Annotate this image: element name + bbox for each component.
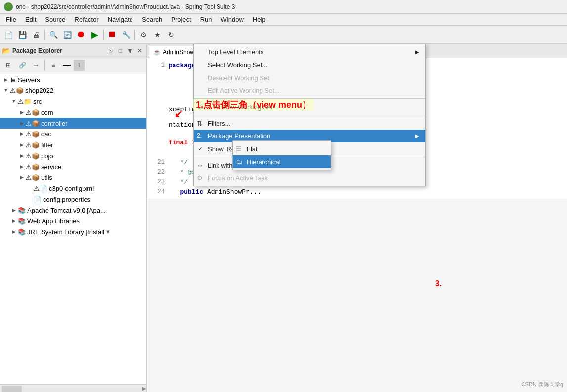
refresh2-btn[interactable]: ↻ — [165, 28, 177, 41]
sync-btn[interactable]: ↔ — [30, 59, 43, 72]
step1-text: 1.点击倒三角（view menu） — [196, 100, 311, 110]
service-icon: ⚠📦 — [26, 163, 40, 171]
jre-scroll: ▼ — [105, 229, 111, 235]
tree-item-config[interactable]: 📄 config.properties — [0, 194, 146, 205]
tree-item-service[interactable]: ▶ ⚠📦 service — [0, 161, 146, 172]
step1-annotation: 1.点击倒三角（view menu） — [193, 99, 314, 111]
toggle-pojo[interactable]: ▶ — [18, 153, 26, 158]
toggle-com[interactable]: ▶ — [18, 110, 26, 115]
tree-item-servers[interactable]: ▶ 🖥 Servers — [0, 74, 146, 85]
menu-source[interactable]: Source — [41, 15, 69, 24]
menu-window[interactable]: Window — [217, 15, 248, 24]
tree-item-filter[interactable]: ▶ ⚠📦 filter — [0, 139, 146, 150]
menu-refactor[interactable]: Refactor — [71, 15, 103, 24]
menu-help[interactable]: Help — [249, 15, 270, 24]
collapse-all-btn[interactable]: ⊞ — [2, 59, 15, 72]
menu-search[interactable]: Search — [138, 15, 166, 24]
tree-item-src[interactable]: ▼ ⚠📁 src — [0, 96, 146, 107]
refresh-btn[interactable]: 🔄 — [61, 28, 74, 41]
tree-item-tomcat[interactable]: ▶ 📚 Apache Tomcat v9.0 [Apa... — [0, 205, 146, 216]
controller-label: controller — [41, 120, 67, 127]
tree-item-webapp-libs[interactable]: ▶ 📚 Web App Libraries — [0, 216, 146, 226]
scrollbar-thumb[interactable] — [2, 386, 22, 392]
toggle-webapp-libs[interactable]: ▶ — [10, 218, 18, 223]
settings-btn[interactable]: ⚙ — [137, 28, 150, 41]
scroll-right-arrow[interactable]: ▶ — [142, 386, 146, 391]
menu-file[interactable]: File — [2, 15, 20, 24]
debug-btn[interactable]: ⏺ — [75, 28, 87, 41]
tab-java-icon: ☕ — [153, 49, 161, 56]
toggle-shop2022[interactable]: ▼ — [2, 88, 10, 93]
menu-edit[interactable]: Edit — [21, 15, 40, 24]
panel-toolbar: ⊞ 🔗 ↔ ≡ — 1 — [0, 58, 146, 72]
controller-icon: ⚠📦 — [26, 120, 40, 127]
menu-navigate[interactable]: Navigate — [104, 15, 137, 24]
menu-arrow-btn[interactable]: ≡ — [47, 59, 60, 72]
close-panel-btn[interactable]: ✕ — [135, 46, 144, 55]
line-num-24: 24 — [149, 188, 165, 195]
filters-label: Filters... — [208, 120, 230, 127]
edit-active-working-set-label: Edit Active Working Set... — [208, 87, 280, 94]
new-btn[interactable]: 📄 — [2, 28, 15, 41]
maximize-panel-btn[interactable]: □ — [116, 46, 125, 55]
tree-item-shop2022[interactable]: ▼ ⚠📦 shop2022 — [0, 85, 146, 96]
menu-item-focus-active-task: ⚙ Focus on Active Task — [194, 172, 425, 184]
tomcat-label: Apache Tomcat v9.0 [Apa... — [27, 207, 106, 214]
panel-header: 📂 Package Explorer ⊡ □ ▼ ✕ — [0, 44, 146, 58]
tree-item-c3p0[interactable]: ⚠📄 c3p0-config.xml — [0, 183, 146, 194]
package-presentation-label: Package Presentation — [208, 132, 270, 140]
stop-btn[interactable]: ⏹ — [106, 28, 119, 41]
step3-label: 3. — [435, 279, 442, 289]
watermark: CSDN @陈同学q — [521, 381, 563, 388]
src-icon: ⚠📁 — [18, 98, 32, 105]
hierarchical-icon: 🗂 — [236, 158, 242, 166]
print-btn[interactable]: 🖨 — [30, 28, 43, 41]
package-presentation-arrow: ▶ — [415, 133, 419, 139]
pojo-label: pojo — [41, 152, 53, 160]
service-label: service — [41, 163, 61, 171]
menu-item-edit-active-working-set: Edit Active Working Set... — [194, 84, 425, 97]
link-btn[interactable]: 🔗 — [16, 59, 29, 72]
panel-icon: 📂 — [2, 47, 10, 55]
toggle-src[interactable]: ▼ — [10, 99, 18, 104]
toggle-controller[interactable]: ▶ — [18, 121, 26, 126]
submenu-item-flat[interactable]: ☰ Flat — [233, 142, 331, 155]
tree-item-utils[interactable]: ▶ ⚠📦 utils — [0, 172, 146, 183]
tree-item-pojo[interactable]: ▶ ⚠📦 pojo — [0, 150, 146, 161]
bookmark-btn[interactable]: ★ — [151, 28, 164, 41]
link-with-editor-icon: ↔ — [197, 162, 203, 169]
view-menu-btn[interactable]: ▼ — [126, 46, 134, 55]
tree-item-com[interactable]: ▶ ⚠📦 com — [0, 107, 146, 118]
horizontal-scrollbar[interactable]: ▶ — [0, 384, 146, 392]
check-icon: ✓ — [198, 145, 203, 152]
tree-item-dao[interactable]: ▶ ⚠📦 dao — [0, 129, 146, 139]
menu-project[interactable]: Project — [167, 15, 195, 24]
save-btn[interactable]: 💾 — [16, 28, 29, 41]
tree-item-jre[interactable]: ▶ 📚 JRE System Library [Install ▼ — [0, 226, 146, 237]
toggle-utils[interactable]: ▶ — [18, 175, 26, 180]
minimize-panel-btn[interactable]: ⊡ — [106, 46, 115, 55]
submenu-package-presentation: ☰ Flat 🗂 Hierarchical — [232, 140, 331, 170]
toggle-jre[interactable]: ▶ — [10, 229, 18, 234]
toggle-filter[interactable]: ▶ — [18, 142, 26, 147]
menu-item-filters[interactable]: ⇅ Filters... — [194, 117, 425, 130]
menu-item-select-working-set[interactable]: Select Working Set... — [194, 58, 425, 71]
toggle-servers[interactable]: ▶ — [2, 77, 10, 82]
menu-run[interactable]: Run — [196, 15, 216, 24]
toggle-service[interactable]: ▶ — [18, 164, 26, 169]
step1-arrow: ↙ — [174, 108, 183, 120]
sep — [44, 60, 45, 70]
menu-item-top-level-elements[interactable]: Top Level Elements ▶ — [194, 45, 425, 58]
tree-item-controller[interactable]: ▶ ⚠📦 controller — [0, 118, 146, 129]
webapp-libs-label: Web App Libraries — [27, 218, 80, 225]
run-btn[interactable]: ▶ — [88, 28, 101, 41]
server-btn[interactable]: 🔧 — [120, 28, 132, 41]
jre-label: JRE System Library [Install — [27, 228, 104, 236]
src-label: src — [33, 98, 42, 105]
search-btn[interactable]: 🔍 — [47, 28, 60, 41]
toggle-tomcat[interactable]: ▶ — [10, 208, 18, 213]
toggle-dao[interactable]: ▶ — [18, 131, 26, 136]
filters-icon: ⇅ — [197, 119, 203, 127]
submenu-item-hierarchical[interactable]: 🗂 Hierarchical — [233, 155, 331, 168]
com-label: com — [41, 109, 53, 116]
